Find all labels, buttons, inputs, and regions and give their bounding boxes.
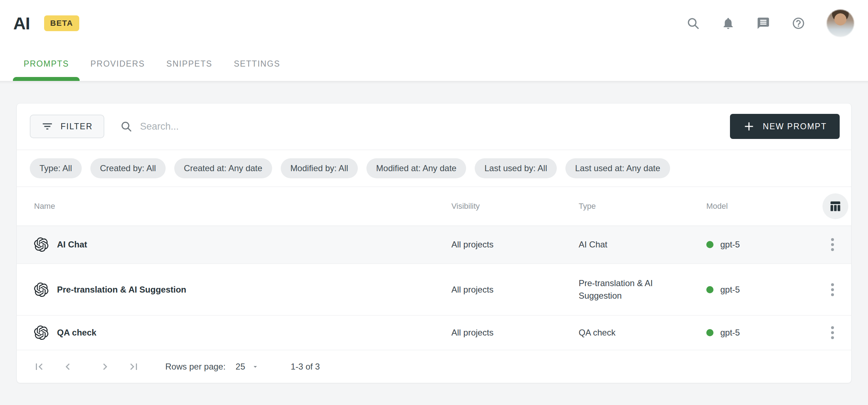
app-header: AI BETA (0, 0, 868, 47)
filter-icon (41, 120, 53, 132)
tab-prompts[interactable]: PROMPTS (13, 47, 80, 81)
brand: AI BETA (13, 14, 79, 33)
column-settings-button[interactable] (822, 193, 848, 219)
table-row[interactable]: AI Chat All projects AI Chat gpt-5 (17, 226, 851, 264)
filter-chip-row: Type: All Created by: All Created at: An… (17, 150, 851, 187)
row-menu-icon[interactable] (828, 235, 837, 254)
chip-created-by[interactable]: Created by: All (90, 158, 166, 178)
chip-type[interactable]: Type: All (30, 158, 82, 178)
columns-icon (829, 200, 842, 213)
prompt-type: AI Chat (579, 238, 706, 251)
page-range-label: 1-3 of 3 (291, 362, 320, 372)
header-actions (686, 9, 854, 37)
toolbar: FILTER NEW PROMPT (17, 103, 851, 150)
prompt-model: gpt-5 (720, 328, 740, 338)
tab-settings[interactable]: SETTINGS (223, 47, 291, 81)
bell-icon[interactable] (721, 16, 735, 30)
table-header: Name Visibility Type Model (17, 187, 851, 226)
table-row[interactable]: QA check All projects QA check gpt-5 (17, 315, 851, 351)
chip-last-used-at[interactable]: Last used at: Any date (565, 158, 670, 178)
help-icon[interactable] (791, 16, 806, 30)
column-header-name: Name (34, 202, 451, 211)
prompts-card: FILTER NEW PROMPT Type: All Created by: … (16, 103, 852, 383)
chat-icon[interactable] (756, 16, 770, 30)
search-box (120, 120, 730, 132)
user-avatar[interactable] (826, 9, 854, 37)
app-logo: AI (13, 14, 30, 33)
prompt-type: Pre-translation & AI Suggestion (579, 277, 706, 302)
tab-label: SNIPPETS (166, 59, 212, 69)
chevron-down-icon (251, 363, 259, 371)
prompt-name: Pre-translation & AI Suggestion (57, 285, 186, 295)
chip-modified-at[interactable]: Modified at: Any date (366, 158, 466, 178)
openai-icon (34, 237, 48, 252)
prompt-name: QA check (57, 328, 96, 338)
tab-bar: PROMPTS PROVIDERS SNIPPETS SETTINGS (0, 47, 868, 81)
plus-icon (743, 120, 755, 132)
prompt-name: AI Chat (57, 240, 87, 250)
search-input[interactable] (140, 121, 567, 132)
prompt-visibility: All projects (451, 328, 579, 338)
row-menu-icon[interactable] (828, 323, 837, 342)
top-white-zone: AI BETA (0, 0, 868, 81)
filter-button[interactable]: FILTER (30, 115, 104, 138)
rows-per-page-label: Rows per page: (165, 362, 226, 372)
table-row[interactable]: Pre-translation & AI Suggestion All proj… (17, 264, 851, 315)
tab-label: PROMPTS (24, 59, 69, 69)
openai-icon (34, 326, 48, 340)
page-content: FILTER NEW PROMPT Type: All Created by: … (0, 81, 868, 405)
rows-per-page-select[interactable]: 25 (236, 362, 259, 372)
prompt-visibility: All projects (451, 240, 579, 250)
column-header-visibility: Visibility (451, 202, 579, 211)
search-icon (120, 120, 132, 132)
prompt-model: gpt-5 (720, 285, 740, 295)
prompt-model: gpt-5 (720, 240, 740, 250)
model-status-dot (706, 241, 713, 248)
previous-page-icon[interactable] (60, 359, 76, 375)
prompt-type: QA check (579, 327, 706, 339)
chip-created-at[interactable]: Created at: Any date (174, 158, 272, 178)
next-page-icon[interactable] (97, 359, 113, 375)
model-status-dot (706, 286, 713, 293)
tab-snippets[interactable]: SNIPPETS (156, 47, 223, 81)
new-prompt-label: NEW PROMPT (763, 122, 827, 131)
prompt-visibility: All projects (451, 285, 579, 295)
column-header-model: Model (706, 202, 798, 211)
rows-per-page-value: 25 (236, 362, 245, 372)
new-prompt-button[interactable]: NEW PROMPT (730, 114, 840, 139)
chip-modified-by[interactable]: Modified by: All (281, 158, 358, 178)
search-icon[interactable] (686, 16, 700, 30)
row-menu-icon[interactable] (828, 280, 837, 299)
openai-icon (34, 283, 48, 297)
beta-badge: BETA (44, 15, 79, 31)
tab-label: PROVIDERS (90, 59, 145, 69)
model-status-dot (706, 329, 713, 336)
tab-providers[interactable]: PROVIDERS (80, 47, 156, 81)
first-page-icon[interactable] (31, 359, 47, 375)
last-page-icon[interactable] (126, 359, 142, 375)
tab-label: SETTINGS (234, 59, 280, 69)
filter-button-label: FILTER (61, 122, 93, 131)
chip-last-used-by[interactable]: Last used by: All (475, 158, 557, 178)
active-tab-indicator (13, 77, 80, 81)
pagination-bar: Rows per page: 25 1-3 of 3 (17, 350, 851, 383)
column-header-type: Type (579, 202, 706, 211)
